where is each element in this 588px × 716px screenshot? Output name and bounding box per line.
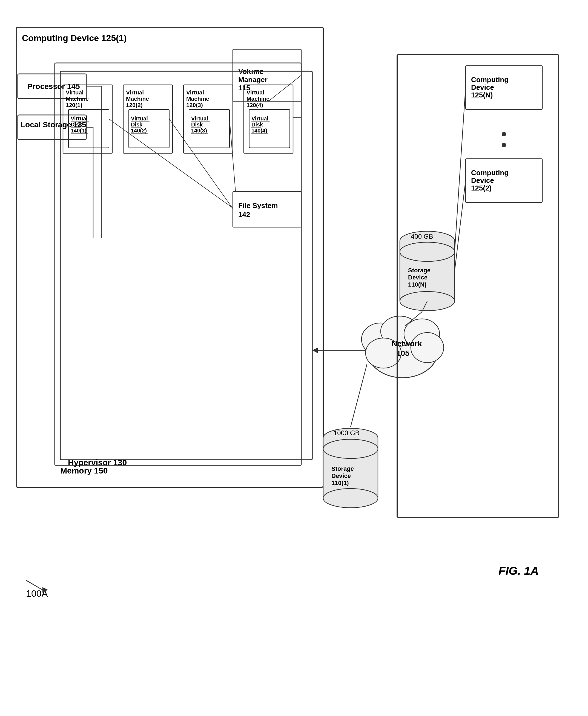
comp-device-2-label3: 125(2): [471, 184, 491, 192]
vm3-label3: 120(3): [186, 102, 203, 108]
vm4-label2: Machine: [247, 95, 270, 102]
comp-device-n-label: Computing: [471, 75, 509, 84]
computing-device-outer-label: Computing Device 125(1): [22, 33, 127, 43]
storageN-top2: [400, 242, 455, 261]
vm1-label3: 120(1): [66, 102, 82, 108]
storageN-size: 400 GB: [411, 233, 433, 240]
vm1-label2: Machine: [66, 95, 89, 102]
hypervisor-label: Hypervisor 130: [68, 458, 127, 467]
volume-manager-label3: 115: [238, 84, 250, 92]
storage1-size: 1000 GB: [334, 429, 360, 437]
hypervisor-box: [60, 71, 312, 460]
storage1-label2: Device: [331, 472, 351, 479]
vdisk1-label3: 140(1): [71, 128, 87, 134]
storageN-label3: 110(N): [408, 281, 426, 288]
comp-device-2-label: Computing: [471, 169, 509, 177]
vdisk2-label: Virtual: [131, 115, 148, 122]
svg-point-36: [502, 132, 506, 136]
vm2-label2: Machine: [126, 95, 149, 102]
memory-box: [55, 63, 301, 465]
memory-label: Memory 150: [60, 466, 108, 475]
volume-manager-label2: Manager: [238, 75, 268, 84]
diagram-svg: Computing Device 125(1) Memory 150 Proce…: [0, 0, 588, 716]
vm4-label3: 120(4): [247, 102, 263, 108]
vm3-label: Virtual: [186, 89, 204, 95]
file-system-label2: 142: [238, 211, 250, 219]
svg-line-19: [268, 75, 301, 101]
storageN-label2: Device: [408, 274, 427, 281]
svg-line-33: [351, 364, 367, 427]
vdisk3-label: Virtual: [191, 115, 208, 122]
file-system-label: File System: [238, 201, 278, 210]
vdisk2-label2: Disk: [131, 122, 143, 128]
storage1-label: Storage: [331, 465, 354, 472]
vdisk1-label: Virtual: [71, 115, 88, 122]
vm2-label3: 120(2): [126, 102, 143, 108]
fig-label: FIG. 1A: [499, 564, 539, 577]
comp-device-2-label2: Device: [471, 176, 494, 185]
storage1-bottom: [323, 489, 378, 508]
storage1-top2: [323, 439, 378, 458]
vdisk3-label2: Disk: [191, 122, 203, 128]
vdisk1-label2: Disk: [71, 122, 82, 128]
vdisk4-label2: Disk: [251, 122, 263, 128]
svg-marker-23: [312, 348, 318, 353]
vdisk2-label3: 140(2): [131, 128, 147, 134]
vdisk4-label: Virtual: [251, 115, 268, 122]
comp-device-n-label3: 125(N): [471, 91, 493, 99]
computing-device-outer-box: [17, 27, 323, 487]
vm1-label: Virtual: [66, 89, 84, 95]
vdisk3-label3: 140(3): [191, 128, 207, 134]
comp-device-n-label2: Device: [471, 83, 494, 91]
vdisk4-label3: 140(4): [251, 128, 267, 134]
storageN-label: Storage: [408, 267, 430, 274]
vm2-label: Virtual: [126, 89, 144, 95]
network-label: Network: [392, 340, 422, 348]
svg-point-37: [502, 143, 506, 147]
vm3-label2: Machine: [186, 95, 209, 102]
network-label2: 105: [397, 349, 410, 357]
svg-line-16: [109, 119, 233, 208]
storage1-label3: 110(1): [331, 479, 349, 486]
